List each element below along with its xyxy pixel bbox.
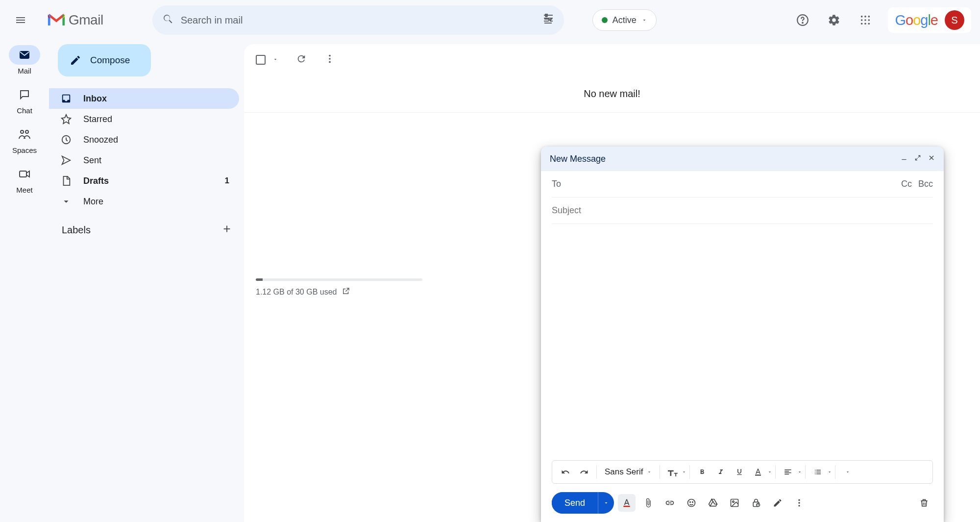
insert-photo-button[interactable] <box>726 494 743 512</box>
svg-point-13 <box>868 19 870 21</box>
close-button[interactable] <box>928 154 935 163</box>
open-in-new-icon <box>342 287 350 296</box>
svg-point-12 <box>865 19 867 21</box>
svg-point-7 <box>803 23 804 24</box>
redo-icon <box>580 468 588 476</box>
rail-item-meet[interactable]: Meet <box>9 164 40 194</box>
select-dropdown[interactable] <box>272 55 278 64</box>
rail-item-chat[interactable]: Chat <box>9 85 40 115</box>
nav-label: Starred <box>83 114 112 124</box>
file-icon <box>61 175 72 186</box>
more-actions-button[interactable] <box>324 53 335 66</box>
spaces-icon <box>9 124 40 144</box>
font-size-button[interactable] <box>663 463 682 481</box>
cc-button[interactable]: Cc <box>901 179 912 189</box>
nav-drafts[interactable]: Drafts 1 <box>49 171 239 191</box>
attach-button[interactable] <box>639 494 657 512</box>
storage-label: 1.12 GB of 30 GB used <box>256 288 337 297</box>
nav-sent[interactable]: Sent <box>49 150 239 171</box>
drive-icon <box>708 498 718 508</box>
insert-signature-button[interactable] <box>769 494 786 512</box>
compose-label: Compose <box>90 55 130 66</box>
compose-more-button[interactable] <box>790 494 808 512</box>
svg-point-29 <box>692 502 693 503</box>
more-vert-icon <box>324 53 335 64</box>
star-icon <box>61 114 72 124</box>
search-box[interactable] <box>152 5 564 35</box>
google-account-area[interactable]: Google S <box>888 7 971 33</box>
subject-field-row[interactable] <box>552 198 933 224</box>
plus-icon <box>221 224 232 234</box>
search-options-icon[interactable] <box>542 13 554 27</box>
svg-point-28 <box>690 502 691 503</box>
svg-point-8 <box>861 16 863 18</box>
chevron-down-icon[interactable] <box>682 470 686 474</box>
svg-point-11 <box>861 19 863 21</box>
undo-button[interactable] <box>556 463 575 481</box>
undo-icon <box>561 468 570 476</box>
trash-icon <box>919 498 929 508</box>
insert-emoji-button[interactable] <box>683 494 700 512</box>
bold-button[interactable] <box>693 463 711 481</box>
svg-point-10 <box>868 16 870 18</box>
status-chip[interactable]: Active <box>592 9 657 31</box>
status-dot-icon <box>602 17 608 23</box>
storage-details-link[interactable] <box>342 287 350 298</box>
svg-point-9 <box>865 16 867 18</box>
to-input[interactable] <box>561 179 897 189</box>
compose-body-editor[interactable] <box>552 224 933 460</box>
font-family-select[interactable]: Sans Serif <box>600 467 657 477</box>
insert-link-button[interactable] <box>661 494 679 512</box>
close-icon <box>928 154 935 161</box>
send-icon <box>61 155 72 166</box>
chevron-down-icon[interactable] <box>767 470 772 474</box>
select-all-checkbox[interactable] <box>256 55 266 65</box>
apps-button[interactable] <box>854 8 877 32</box>
align-button[interactable] <box>779 463 797 481</box>
bcc-button[interactable]: Bcc <box>918 179 933 189</box>
pencil-icon <box>70 54 81 66</box>
text-size-icon <box>667 468 678 476</box>
status-label: Active <box>612 15 637 25</box>
settings-button[interactable] <box>822 8 846 32</box>
to-field-row[interactable]: To Cc Bcc <box>552 171 933 198</box>
redo-button[interactable] <box>575 463 593 481</box>
send-options-button[interactable] <box>598 492 614 514</box>
search-icon <box>162 13 174 27</box>
insert-drive-button[interactable] <box>704 494 722 512</box>
minimize-button[interactable] <box>901 154 907 163</box>
chevron-down-icon[interactable] <box>827 470 832 474</box>
nav-starred[interactable]: Starred <box>49 109 239 129</box>
svg-point-15 <box>865 23 867 25</box>
subject-input[interactable] <box>552 205 933 216</box>
compose-button[interactable]: Compose <box>58 44 151 76</box>
text-color-button[interactable] <box>749 463 767 481</box>
chevron-down-icon[interactable] <box>797 470 802 474</box>
gmail-logo[interactable]: Gmail <box>47 12 103 28</box>
refresh-icon <box>296 53 307 64</box>
more-format-button[interactable] <box>838 463 857 481</box>
refresh-button[interactable] <box>296 53 307 66</box>
search-input[interactable] <box>181 15 536 26</box>
add-label-button[interactable] <box>221 224 232 236</box>
align-left-icon <box>784 468 792 476</box>
rail-item-spaces[interactable]: Spaces <box>9 124 40 154</box>
discard-draft-button[interactable] <box>915 494 933 512</box>
main-menu-button[interactable] <box>9 8 32 32</box>
google-logo-text: Google <box>895 12 938 28</box>
nav-snoozed[interactable]: Snoozed <box>49 129 239 150</box>
formatting-toggle-button[interactable] <box>618 494 636 512</box>
confidential-mode-button[interactable] <box>747 494 765 512</box>
svg-point-16 <box>868 23 870 25</box>
nav-inbox[interactable]: Inbox <box>49 88 239 109</box>
account-avatar[interactable]: S <box>945 10 964 30</box>
text-format-icon <box>622 498 632 508</box>
fullscreen-button[interactable] <box>914 154 921 163</box>
rail-item-mail[interactable]: Mail <box>9 45 40 75</box>
list-button[interactable] <box>808 463 827 481</box>
send-button[interactable]: Send <box>552 492 598 514</box>
support-button[interactable] <box>791 8 814 32</box>
nav-more[interactable]: More <box>49 191 239 212</box>
italic-button[interactable] <box>711 463 730 481</box>
underline-button[interactable] <box>730 463 749 481</box>
